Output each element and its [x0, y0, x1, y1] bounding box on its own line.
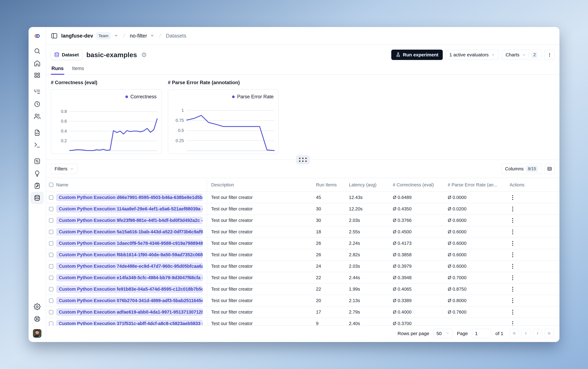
row-checkbox[interactable]: [49, 207, 53, 211]
row-checkbox-cell: [46, 253, 56, 257]
run-name-link[interactable]: Custom Python Execution 076b2704-341d-48…: [56, 297, 203, 304]
run-name-link[interactable]: Custom Python Execution 5a15a616-1bab-44…: [56, 228, 203, 236]
cell-name: Custom Python Execution e14fa348-5cfc-49…: [56, 272, 207, 283]
run-name-link[interactable]: Custom Python Execution fe91b83e-04a5-47…: [56, 286, 203, 293]
resize-grip-handle[interactable]: [296, 155, 310, 164]
header-parse-error-rate[interactable]: # Parse Error Rate (an...: [448, 182, 503, 187]
row-menu-icon[interactable]: [510, 253, 516, 257]
sidebar-item-support[interactable]: [30, 313, 44, 325]
run-name-link[interactable]: Custom Python Execution adfae619-abb0-4d…: [56, 308, 203, 316]
header-name[interactable]: Name: [56, 178, 207, 192]
filters-button[interactable]: Filters: [51, 164, 78, 174]
sessions-icon: [34, 101, 41, 108]
row-checkbox[interactable]: [49, 298, 53, 303]
sidebar-item-datasets[interactable]: [30, 192, 44, 204]
select-all-checkbox[interactable]: [49, 183, 53, 187]
run-name-link[interactable]: Custom Python Execution 371f531c-abff-4d…: [56, 320, 203, 325]
row-checkbox[interactable]: [49, 253, 53, 257]
cell-correctness: Ø 0.3979: [393, 264, 448, 269]
active-evaluators-button[interactable]: 1 active evaluators: [446, 50, 499, 60]
row-menu-icon[interactable]: [510, 298, 516, 303]
previous-page-button[interactable]: ‹: [521, 329, 530, 338]
run-name-link[interactable]: Custom Python Execution 1daec0f9-5e78-43…: [56, 240, 203, 247]
sidebar-item-search[interactable]: [30, 45, 44, 57]
page-count-label: of 1: [495, 331, 503, 336]
row-menu-icon[interactable]: [510, 218, 516, 223]
run-name-link[interactable]: Custom Python Execution 9fe23f98-881e-44…: [56, 217, 203, 224]
chevron-down-icon[interactable]: [150, 33, 155, 39]
row-checkbox[interactable]: [49, 230, 53, 234]
tab-runs[interactable]: Runs: [51, 63, 64, 74]
run-name-link[interactable]: Custom Python Execution 114aa9ef-29e6-4e…: [56, 205, 203, 213]
user-avatar[interactable]: [33, 329, 41, 338]
header-correctness[interactable]: # Correctness (eval): [393, 182, 448, 187]
info-icon[interactable]: [141, 52, 147, 57]
sidebar-item-users[interactable]: [30, 110, 44, 123]
cell-description: Test our filter creator: [207, 218, 316, 223]
run-name-link[interactable]: Custom Python Execution f6bb1614-1f90-40…: [56, 251, 203, 258]
row-menu-icon[interactable]: [510, 195, 516, 200]
sidebar-toggle-icon[interactable]: [51, 32, 58, 39]
cell-run-items: 30: [316, 206, 349, 212]
tabs-bar: RunsItems: [46, 62, 559, 75]
sidebar-item-settings[interactable]: [30, 300, 44, 313]
cell-actions: [503, 264, 559, 269]
row-menu-icon[interactable]: [510, 310, 516, 315]
sidebar-item-evaluators[interactable]: [30, 167, 44, 180]
page-number-input[interactable]: 1: [472, 329, 491, 338]
row-height-button[interactable]: [544, 164, 555, 174]
row-menu-icon[interactable]: [510, 264, 516, 269]
row-menu-icon[interactable]: [510, 207, 516, 211]
breadcrumb-org[interactable]: langfuse-dev: [61, 33, 93, 39]
row-checkbox[interactable]: [49, 218, 53, 223]
sidebar-item-sessions[interactable]: [30, 98, 44, 110]
header-description[interactable]: Description: [207, 182, 316, 187]
chart-title: # Parse Error Rate (annotation): [168, 80, 279, 85]
sidebar-item-annotation[interactable]: [30, 180, 44, 192]
sidebar-item-playground[interactable]: [30, 139, 44, 151]
run-name-link[interactable]: Custom Python Execution 74de488e-ec9d-47…: [56, 263, 203, 270]
sidebar-item-scores[interactable]: [30, 155, 44, 167]
sidebar-item-home[interactable]: [30, 57, 44, 69]
tab-items[interactable]: Items: [71, 63, 85, 74]
row-checkbox[interactable]: [49, 310, 53, 314]
last-page-button[interactable]: »: [544, 329, 554, 338]
row-checkbox[interactable]: [49, 241, 53, 246]
sidebar-item-prompts[interactable]: [30, 127, 44, 139]
run-name-link[interactable]: Custom Python Execution e14fa348-5cfc-49…: [56, 274, 203, 281]
row-menu-icon[interactable]: [510, 230, 516, 234]
chart-card: Parse Error Rate 10.750.50.25: [168, 89, 279, 154]
more-actions-button[interactable]: [544, 50, 555, 60]
chevron-down-icon[interactable]: [114, 33, 118, 39]
row-checkbox[interactable]: [49, 287, 53, 291]
run-name-link[interactable]: Custom Python Execution d66e7991-8595-45…: [56, 194, 203, 201]
next-page-button[interactable]: ›: [533, 329, 542, 338]
row-checkbox[interactable]: [49, 195, 53, 200]
cell-parse-error-rate: Ø 0.6000: [448, 241, 503, 246]
breadcrumb-section[interactable]: Datasets: [166, 33, 186, 39]
header-latency[interactable]: Latency (avg): [349, 182, 393, 187]
header-run-items[interactable]: Run Items: [316, 182, 349, 187]
cell-correctness: Ø 0.3766: [393, 218, 448, 223]
rows-per-page-select[interactable]: 50: [433, 329, 453, 338]
row-checkbox[interactable]: [49, 321, 53, 326]
chevron-down-icon: [446, 331, 450, 336]
columns-button[interactable]: Columns 8/15: [501, 164, 542, 174]
sidebar-item-dashboard[interactable]: [30, 69, 44, 82]
first-page-button[interactable]: «: [510, 329, 519, 338]
row-checkbox[interactable]: [49, 276, 53, 280]
line-chart-canvas: 0.80.60.40.2: [51, 90, 161, 154]
run-experiment-button[interactable]: Run experiment: [391, 50, 443, 60]
charts-button[interactable]: Charts 2: [502, 50, 542, 60]
cell-run-items: 30: [316, 218, 349, 223]
row-checkbox-cell: [46, 218, 56, 223]
sidebar-item-tracing[interactable]: [30, 86, 44, 98]
row-menu-icon[interactable]: [510, 241, 516, 246]
breadcrumb-project[interactable]: no-filter: [130, 33, 147, 39]
row-menu-icon[interactable]: [510, 287, 516, 292]
row-checkbox[interactable]: [49, 264, 53, 268]
row-menu-icon[interactable]: [510, 321, 516, 326]
row-menu-icon[interactable]: [510, 276, 516, 280]
chart-title: # Correctness (eval): [51, 80, 162, 85]
langfuse-logo[interactable]: [34, 27, 41, 45]
